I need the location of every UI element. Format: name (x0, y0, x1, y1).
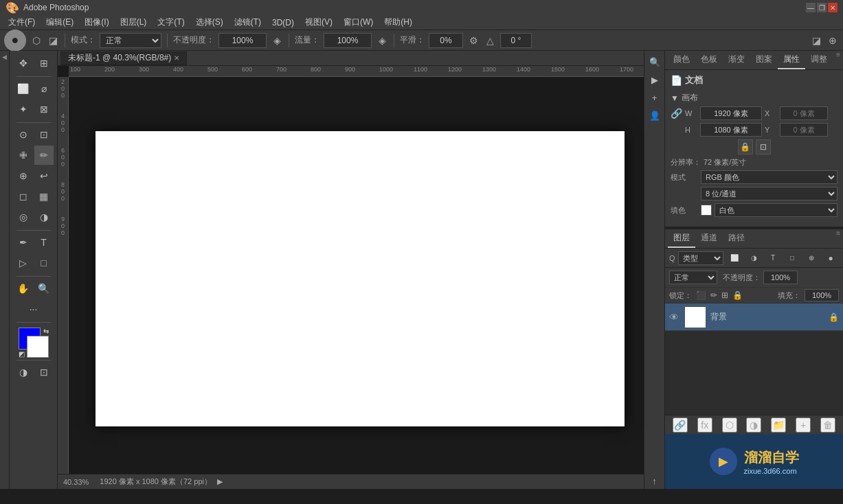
search-icon[interactable]: 🔍 (647, 54, 663, 70)
lock-position-btn[interactable]: 🔒 (738, 139, 753, 154)
pen-tool[interactable]: ✒ (14, 233, 33, 252)
hand-tool[interactable]: ✋ (14, 279, 33, 298)
eyedropper-tool[interactable]: ⊙ (14, 125, 33, 144)
flow-input[interactable] (324, 33, 372, 48)
artboard-tool[interactable]: ⊞ (34, 54, 54, 73)
menu-help[interactable]: 帮助(H) (379, 15, 418, 30)
user-icon[interactable]: 👤 (647, 107, 663, 124)
top-panel-collapse[interactable]: ≡ (836, 51, 840, 69)
height-input[interactable] (700, 123, 762, 137)
lock-artboard-icon[interactable]: ⊞ (721, 290, 728, 300)
canvas-resize-btn[interactable]: ⊡ (756, 139, 771, 154)
menu-layer[interactable]: 图层(L) (115, 15, 153, 30)
opacity-pressure-icon[interactable]: ◈ (271, 34, 283, 47)
layer-background[interactable]: 👁 背景 🔒 (665, 303, 843, 331)
shape-filter-btn[interactable]: □ (784, 250, 800, 266)
document-tab[interactable]: 未标题-1 @ 40.3%(RGB/8#) ✕ (60, 51, 187, 65)
close-button[interactable]: ✕ (828, 3, 838, 12)
status-arrow[interactable]: ▶ (217, 477, 223, 486)
delete-layer-btn[interactable]: 🗑 (820, 417, 835, 433)
opacity-input[interactable] (218, 33, 267, 48)
crop-tool[interactable]: ⊠ (34, 100, 54, 119)
new-fill-btn[interactable]: ◑ (746, 417, 761, 433)
tab-color[interactable]: 颜色 (668, 51, 695, 69)
right-panel-toggle[interactable]: ▶ (647, 71, 663, 88)
heal-tool[interactable]: ✙ (14, 146, 33, 165)
default-colors-icon[interactable]: ◩ (19, 350, 25, 358)
fill-value-select[interactable]: 白色 (715, 203, 838, 217)
menu-window[interactable]: 窗口(W) (338, 15, 379, 30)
restore-button[interactable]: ❐ (817, 3, 827, 12)
pixel-filter-btn[interactable]: ⬜ (726, 250, 743, 266)
fill-color-swatch[interactable] (701, 205, 712, 216)
quickmask-tool[interactable]: ◑ (14, 363, 33, 382)
brush-preset-icon[interactable]: ● (4, 30, 26, 51)
menu-select[interactable]: 选择(S) (190, 15, 229, 30)
link-layers-btn[interactable]: 🔗 (673, 417, 688, 433)
new-layer-btn[interactable]: + (796, 417, 811, 433)
ruler-tool[interactable]: ⊡ (34, 125, 54, 144)
layer-style-btn[interactable]: fx (697, 417, 712, 433)
tab-swatches[interactable]: 色板 (695, 51, 723, 69)
angle-icon[interactable]: △ (484, 34, 496, 47)
collapse-left-btn[interactable]: ◀ (0, 52, 10, 62)
swap-colors-icon[interactable]: ⇆ (43, 328, 49, 335)
tab-gradient[interactable]: 渐变 (723, 51, 750, 69)
tab-adjustments[interactable]: 调整 (805, 51, 833, 69)
tab-pattern[interactable]: 图案 (750, 51, 778, 69)
brush-toggle-icon[interactable]: ◪ (47, 34, 59, 47)
menu-file[interactable]: 文件(F) (3, 15, 41, 30)
tab-close-btn[interactable]: ✕ (174, 54, 179, 62)
add-mask-btn[interactable]: ⬡ (722, 417, 737, 433)
white-canvas[interactable] (95, 131, 625, 426)
color-mode-select[interactable]: RGB 颜色 (701, 170, 838, 184)
clone-tool[interactable]: ⊕ (14, 166, 33, 185)
smooth-input[interactable] (429, 33, 463, 48)
menu-image[interactable]: 图像(I) (79, 15, 114, 30)
link-icon[interactable]: 🔗 (671, 108, 682, 119)
brush-tool[interactable]: ✏ (34, 146, 54, 165)
blend-mode-select[interactable]: 正常 (669, 271, 717, 284)
filter-toggle-btn[interactable]: ● (822, 250, 839, 266)
tab-layers[interactable]: 图层 (668, 229, 695, 248)
menu-edit[interactable]: 编辑(E) (41, 15, 79, 30)
lock-pixel-icon[interactable]: ⬛ (696, 290, 706, 300)
angle-input[interactable] (500, 33, 532, 48)
adjust-filter-btn[interactable]: ◑ (745, 250, 762, 266)
x-input[interactable] (780, 106, 828, 120)
type-filter-btn[interactable]: T (765, 250, 781, 266)
rect-select-tool[interactable]: ⬜ (14, 79, 33, 98)
magic-wand-tool[interactable]: ✦ (14, 100, 33, 119)
lock-position-icon[interactable]: ✏ (710, 290, 717, 300)
lock-all-icon[interactable]: 🔒 (732, 290, 743, 300)
fill-layers-input[interactable] (805, 289, 839, 301)
bit-depth-select[interactable]: 8 位/通道 (701, 187, 838, 201)
width-input[interactable] (700, 106, 762, 120)
smart-filter-btn[interactable]: ⊕ (803, 250, 820, 266)
minimize-button[interactable]: — (806, 3, 816, 12)
more-tools-btn[interactable]: ··· (24, 299, 43, 319)
extra-tools-icon[interactable]: ⊕ (827, 34, 839, 47)
opacity-layers-input[interactable] (763, 271, 798, 284)
background-color[interactable] (27, 336, 49, 358)
smooth-settings-icon[interactable]: ⚙ (467, 34, 480, 47)
eraser-tool[interactable]: ◻ (14, 187, 33, 206)
tab-channels[interactable]: 通道 (695, 229, 723, 248)
path-select-tool[interactable]: ▷ (14, 253, 33, 273)
create-icon[interactable]: + (647, 89, 663, 106)
move-tool[interactable]: ✥ (14, 54, 33, 73)
gradient-tool[interactable]: ▦ (34, 187, 54, 206)
tab-paths[interactable]: 路径 (723, 229, 750, 248)
brush-settings-icon[interactable]: ⬡ (30, 34, 43, 47)
shape-tool[interactable]: □ (34, 253, 54, 273)
type-tool[interactable]: T (34, 233, 54, 252)
new-group-btn[interactable]: 📁 (771, 417, 786, 433)
history-brush-tool[interactable]: ↩ (34, 166, 54, 185)
menu-view[interactable]: 视图(V) (300, 15, 338, 30)
layer-type-filter[interactable]: 类型 (678, 251, 723, 265)
layers-panel-menu[interactable]: ≡ (836, 229, 840, 248)
y-input[interactable] (780, 123, 828, 137)
share-icon[interactable]: ↑ (647, 472, 663, 489)
flow-pressure-icon[interactable]: ◈ (376, 34, 388, 47)
canvas-title[interactable]: ▼ 画布 (671, 92, 838, 104)
